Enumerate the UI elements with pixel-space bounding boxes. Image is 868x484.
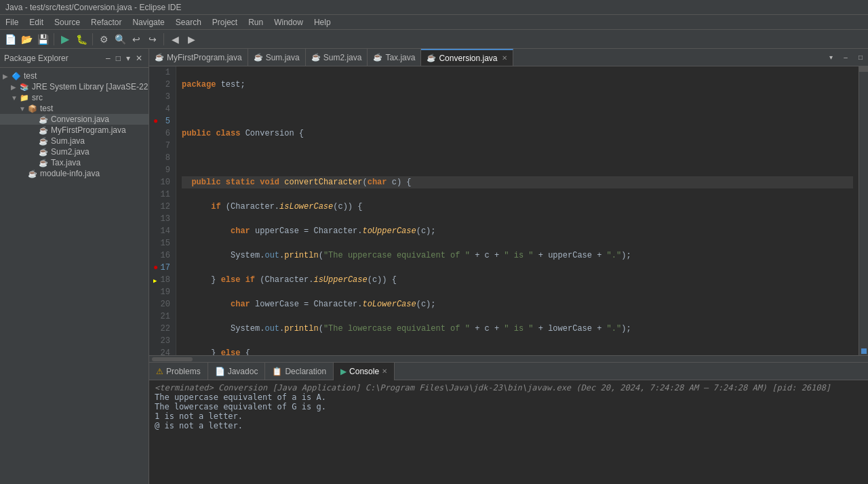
tree-item-myfirst[interactable]: ☕ MyFirstProgram.java [0,125,149,136]
separator-2 [92,33,93,45]
tab-myfirst[interactable]: ☕ MyFirstProgram.java [149,49,248,66]
tab-label-sum2: Sum2.java [323,53,362,62]
line-10: 10 [155,176,170,188]
open-button[interactable]: 📂 [19,32,34,47]
menu-edit[interactable]: Edit [24,16,49,28]
maximize-icon[interactable]: □ [114,53,123,64]
tree-item-test-pkg[interactable]: ▼ 📦 test [0,103,149,114]
console-tab-label-javadoc: Javadoc [228,367,258,376]
toolbar-btn-4[interactable]: ↪ [145,32,160,47]
tab-tax[interactable]: ☕ Tax.java [368,49,421,66]
line-13: 13 [155,213,170,225]
tree-label-conversion: Conversion.java [51,115,109,124]
minimap-indicator [861,348,867,354]
minimize-editor[interactable]: – [838,50,853,65]
separator-1 [54,33,54,45]
menu-file[interactable]: File [0,16,24,28]
menu-source[interactable]: Source [49,16,85,28]
run-button[interactable]: ▶ [58,32,73,47]
line-20: 20 [155,298,170,310]
close-icon[interactable]: ✕ [134,53,144,64]
java-file-icon-2: ☕ [38,126,49,135]
menu-navigate[interactable]: Navigate [127,16,170,28]
tab-sum2[interactable]: ☕ Sum2.java [306,49,368,66]
tab-icon-sum2: ☕ [311,53,321,62]
tab-close-conversion[interactable]: ✕ [502,54,507,62]
title-text: Java - test/src/test/Conversion.java - E… [5,3,181,12]
toolbar-btn-6[interactable]: ▶ [184,32,199,47]
tab-sum[interactable]: ☕ Sum.java [248,49,306,66]
console-tab-label-problems: Problems [166,367,201,376]
line-6: 6 [155,127,170,140]
console-terminated-line: <terminated> Conversion [Java Applicatio… [155,383,863,392]
minimize-icon[interactable]: – [104,53,113,64]
tab-icon-sum: ☕ [254,53,263,62]
tree-arrow-myfirst [30,127,38,134]
main-layout: Package Explorer – □ ▾ ✕ ▶ 🔷 test ▶ 📚 [0,49,868,484]
menu-help[interactable]: Help [309,16,336,28]
tree-item-tax[interactable]: ☕ Tax.java [0,157,149,168]
line-23: 23 [155,335,170,347]
package-icon: 📦 [27,104,38,113]
line-19: 19 [155,286,170,298]
menu-project[interactable]: Project [207,16,243,28]
titlebar: Java - test/src/test/Conversion.java - E… [0,0,868,15]
tree-arrow-sum2 [30,148,38,156]
new-button[interactable]: 📄 [3,32,18,47]
vertical-scrollbar[interactable] [859,66,868,355]
toolbar-btn-5[interactable]: ◀ [167,32,182,47]
console-tab-javadoc[interactable]: 📄 Javadoc [208,363,266,380]
editor-panel: ☕ MyFirstProgram.java ☕ Sum.java ☕ Sum2.… [149,49,868,484]
line-5: 5 [155,115,170,127]
tree-item-test[interactable]: ▶ 🔷 test [0,70,149,81]
tree-label-test-pkg: test [40,104,53,113]
tree-item-jre[interactable]: ▶ 📚 JRE System Library [JavaSE-22 [0,81,149,92]
line-3: 3 [155,91,170,103]
line-4: 4 [155,103,170,115]
tree-item-module[interactable]: ☕ module-info.java [0,168,149,179]
tree-item-src[interactable]: ▼ 📁 src [0,92,149,103]
menu-refactor[interactable]: Refactor [85,16,127,28]
tab-conversion[interactable]: ☕ Conversion.java ✕ [421,49,513,66]
save-button[interactable]: 💾 [35,32,50,47]
menu-window[interactable]: Window [269,16,309,28]
line-24: 24 [155,347,170,355]
debug-button[interactable]: 🐛 [74,32,89,47]
tree-item-conversion[interactable]: ☕ Conversion.java [0,114,149,125]
line-21: 21 [155,310,170,323]
editor-tabs: ☕ MyFirstProgram.java ☕ Sum.java ☕ Sum2.… [149,49,868,66]
console-tab-console[interactable]: ▶ Console ✕ [334,363,395,380]
tree-item-sum2[interactable]: ☕ Sum2.java [0,146,149,157]
code-editor[interactable]: 1 2 3 4 5 6 7 8 9 10 11 12 13 14 15 16 1… [149,66,868,355]
console-close-icon[interactable]: ✕ [382,367,387,375]
tab-label-conversion: Conversion.java [439,54,497,63]
console-tab-declaration[interactable]: 📋 Declaration [265,363,334,380]
h-scroll-thumb[interactable] [152,357,193,361]
maximize-editor[interactable]: □ [853,50,868,65]
menu-run[interactable]: Run [243,16,269,28]
tree-arrow-conversion [30,116,38,123]
horizontal-scrollbar[interactable] [149,355,868,362]
code-content[interactable]: package test; public class Conversion { … [176,66,859,355]
menu-search[interactable]: Search [170,16,207,28]
line-11: 11 [155,188,170,201]
toolbar-btn-1[interactable]: ⚙ [96,32,111,47]
java-file-icon-5: ☕ [38,159,49,167]
tree-item-sum[interactable]: ☕ Sum.java [0,136,149,146]
tree-label-myfirst: MyFirstProgram.java [51,125,126,135]
tab-list-button[interactable]: ▾ [823,50,838,65]
toolbar-btn-3[interactable]: ↩ [129,32,144,47]
menu-icon[interactable]: ▾ [124,53,132,64]
line-17: 17 [155,262,170,274]
console-tab-problems[interactable]: ⚠ Problems [149,363,208,380]
panel-toolbar: – □ ▾ ✕ [104,53,144,64]
scroll-thumb[interactable] [859,66,868,72]
line-16: 16 [155,249,170,262]
console-tabs: ⚠ Problems 📄 Javadoc 📋 Declaration ▶ Con… [149,363,868,380]
declaration-icon: 📋 [272,367,282,376]
line-14: 14 [155,225,170,237]
toolbar-btn-2[interactable]: 🔍 [113,32,127,47]
line-2: 2 [155,79,170,91]
tree-arrow-module [19,170,27,178]
package-explorer-title: Package Explorer [4,54,68,63]
